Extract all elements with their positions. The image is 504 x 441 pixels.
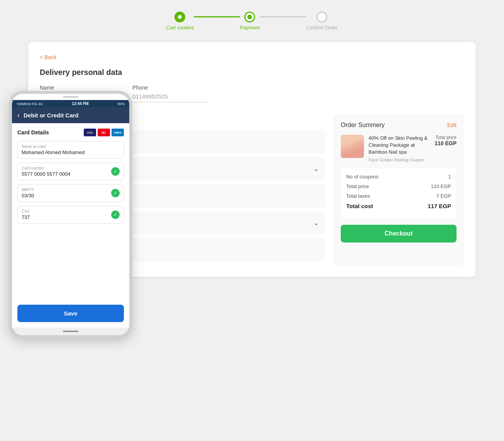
card-number-label: Card number <box>22 166 120 170</box>
order-summary-header: Order Summery Edit <box>341 122 457 129</box>
cvv-check-icon: ✓ <box>111 210 120 219</box>
step-payment: Payment <box>240 12 260 31</box>
phone-mockup: Vodafone EG 4G 12:44 PM 60% ‹ Debit or C… <box>9 91 132 338</box>
order-item-sub: Face Golden Peeling Coupon <box>369 158 430 162</box>
lower-content: Vodafone EG 4G 12:44 PM 60% ‹ Debit or C… <box>40 114 464 277</box>
main-container: < Back Delivery personal data Name Marwa… <box>28 42 476 277</box>
order-item-face-image <box>341 135 364 158</box>
card-details-title: Card Details <box>17 129 49 136</box>
card-logos: VISA MC AMEX <box>84 129 124 136</box>
order-item-name: 40% Off on Skin Peeling & Cleaning Packa… <box>369 135 430 156</box>
phone-back-icon[interactable]: ‹ <box>17 111 20 119</box>
step-cart: Cart content <box>166 12 194 31</box>
phone-header-title: Debit or Credit Card <box>24 112 79 119</box>
step-cart-label: Cart content <box>166 25 194 31</box>
progress-bar: Cart content Payment Confirm Order <box>8 12 496 31</box>
expiry-check-icon: ✓ <box>111 189 120 197</box>
phone-content: Card Details VISA MC AMEX Name on card M… <box>12 123 129 327</box>
status-carrier: Vodafone EG 4G <box>17 102 43 106</box>
coupons-label: No of coupons <box>346 174 379 180</box>
total-price-value: 110 EGP <box>431 183 451 189</box>
cvv-input[interactable]: CVV 737 ✓ <box>17 206 124 224</box>
cvv-value: 737 <box>22 214 120 220</box>
card-number-check-icon: ✓ <box>111 167 120 176</box>
order-item-price-wrapper: Total price 110 EGP <box>435 135 457 162</box>
order-item-price: 110 EGP <box>435 140 457 146</box>
total-cost-value: 117 EGP <box>428 203 451 209</box>
step-confirm: Confirm Order <box>306 12 338 31</box>
checkout-button[interactable]: Checkout <box>341 225 457 243</box>
order-item-image <box>341 135 364 158</box>
name-label: Name <box>40 85 117 91</box>
step-confirm-label: Confirm Order <box>306 25 338 31</box>
mastercard-logo: MC <box>98 129 110 136</box>
total-taxes-label: Total taxes <box>346 193 370 199</box>
card-details-header: Card Details VISA MC AMEX <box>17 129 124 136</box>
total-price-label: Total price <box>346 183 369 189</box>
total-taxes-value: 7 EGP <box>436 193 451 199</box>
total-cost-label: Total cost <box>346 203 373 209</box>
order-totals: No of coupons 1 Total price 110 EGP Tota… <box>341 168 457 219</box>
back-button[interactable]: < Back <box>40 54 56 60</box>
phone-field-group: Phone 01149952525 <box>132 85 210 102</box>
expiry-label: MM/YY <box>22 188 120 192</box>
cvv-label: CVV <box>22 209 120 214</box>
phone-value: 01149952525 <box>132 93 210 102</box>
edit-button[interactable]: Edit <box>447 122 457 128</box>
total-taxes-row: Total taxes 7 EGP <box>346 193 451 199</box>
chevron-down-icon: ⌄ <box>313 165 319 173</box>
phone-label: Phone <box>132 85 210 91</box>
progress-line-1 <box>194 16 240 17</box>
coupons-row: No of coupons 1 <box>346 174 451 180</box>
order-item-details: 40% Off on Skin Peeling & Cleaning Packa… <box>369 135 430 162</box>
card-number-value: 5577 0000 5577 0004 <box>22 171 120 177</box>
phone-header: ‹ Debit or Credit Card <box>12 107 129 123</box>
step-payment-circle <box>244 12 255 22</box>
chevron-down-icon-2: ⌄ <box>313 219 319 227</box>
phone-save-button[interactable]: Save <box>17 305 124 322</box>
status-battery: 60% <box>118 102 125 106</box>
order-item: 40% Off on Skin Peeling & Cleaning Packa… <box>341 135 457 162</box>
expiry-value: 03/30 <box>22 193 120 198</box>
name-on-card-value: Mohamed Ahmed Mohamed <box>22 149 120 155</box>
total-cost-row: Total cost 117 EGP <box>346 203 451 209</box>
amex-logo: AMEX <box>112 129 124 136</box>
phone-top <box>12 94 129 100</box>
phone-status-bar: Vodafone EG 4G 12:44 PM 60% <box>12 100 129 107</box>
visa-logo: VISA <box>84 129 96 136</box>
step-confirm-circle <box>316 12 327 22</box>
card-number-input[interactable]: Card number 5577 0000 5577 0004 ✓ <box>17 163 124 180</box>
step-payment-label: Payment <box>240 25 260 31</box>
status-time: 12:44 PM <box>72 102 88 106</box>
order-summary: Order Summery Edit 40% Off on Skin Peeli… <box>333 114 464 265</box>
coupons-value: 1 <box>448 174 451 180</box>
order-summary-title: Order Summery <box>341 122 385 129</box>
phone-speaker <box>63 96 78 98</box>
phone-home-indicator <box>63 331 78 332</box>
name-on-card-label: Name on card <box>22 144 120 149</box>
delivery-title: Delivery personal data <box>40 68 464 77</box>
order-item-price-label: Total price <box>435 135 457 140</box>
expiry-input[interactable]: MM/YY 03/30 ✓ <box>17 184 124 202</box>
name-on-card-input[interactable]: Name on card Mohamed Ahmed Mohamed <box>17 141 124 159</box>
step-cart-circle <box>174 12 185 22</box>
total-price-row: Total price 110 EGP <box>346 183 451 189</box>
progress-line-2 <box>260 16 306 17</box>
